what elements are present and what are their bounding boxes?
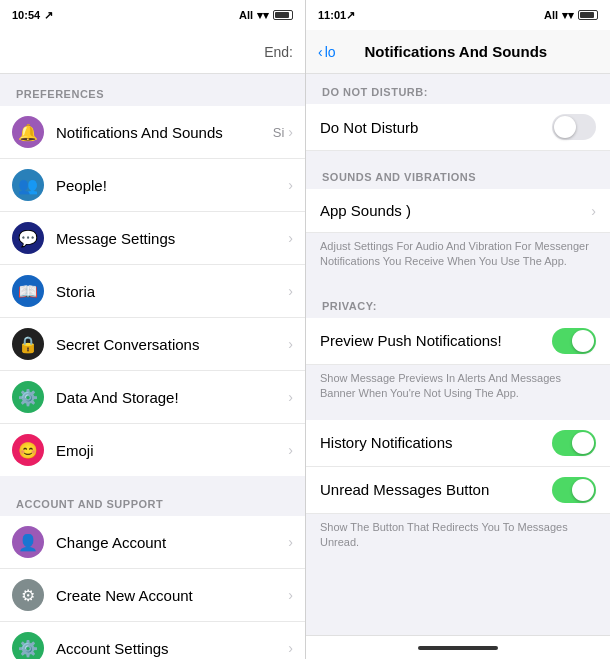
left-panel: 10:54 ↗ All ▾▾ End: PREFERENCES 🔔 Notifi…	[0, 0, 305, 659]
unread-toggle[interactable]	[552, 477, 596, 503]
unread-row[interactable]: Unread Messages Button	[306, 467, 610, 514]
storia-icon: 📖	[12, 275, 44, 307]
menu-item-account-settings[interactable]: ⚙️ Account Settings ›	[0, 622, 305, 659]
all-label-right: All	[544, 9, 558, 21]
nav-title: Notifications And Sounds	[344, 43, 568, 60]
account-icon: 👤	[12, 526, 44, 558]
menu-item-storia[interactable]: 📖 Storia ›	[0, 265, 305, 318]
chevron-icon: ›	[288, 389, 293, 405]
status-bar-right: 11:01 ↗ All ▾▾	[306, 0, 610, 30]
people-icon: 👥	[12, 169, 44, 201]
data-icon: ⚙️	[12, 381, 44, 413]
create-icon: ⚙	[12, 579, 44, 611]
chevron-right-icon: ›	[591, 203, 596, 219]
account-group: 👤 Change Account › ⚙ Create New Account …	[0, 516, 305, 659]
storia-label: Storia	[56, 283, 288, 300]
menu-item-data[interactable]: ⚙️ Data And Storage! ›	[0, 371, 305, 424]
location-icon-right: ↗	[346, 9, 355, 22]
data-label: Data And Storage!	[56, 389, 288, 406]
chevron-icon: ›	[288, 124, 293, 140]
toggle-thumb	[554, 116, 576, 138]
messages-label: Message Settings	[56, 230, 288, 247]
unread-label: Unread Messages Button	[320, 481, 552, 498]
back-chevron-icon: ‹	[318, 44, 323, 60]
dnd-group: Do Not Disturb	[306, 104, 610, 151]
privacy-info: Show Message Previews In Alerts And Mess…	[306, 365, 610, 412]
menu-item-messages[interactable]: 💬 Message Settings ›	[0, 212, 305, 265]
dnd-row[interactable]: Do Not Disturb	[306, 104, 610, 151]
wifi-icon-left: ▾▾	[257, 9, 269, 22]
chevron-icon: ›	[288, 336, 293, 352]
nav-bar-left: End:	[0, 30, 305, 74]
message-icon: 💬	[12, 222, 44, 254]
bottom-bar	[306, 635, 610, 659]
privacy-group: Preview Push Notifications! Show Message…	[306, 318, 610, 412]
preview-push-row[interactable]: Preview Push Notifications!	[306, 318, 610, 365]
all-label-left: All	[239, 9, 253, 21]
sounds-group: App Sounds ) › Adjust Settings For Audio…	[306, 189, 610, 280]
right-panel: 11:01 ↗ All ▾▾ ‹ lo Notifications And So…	[305, 0, 610, 659]
menu-item-change-account[interactable]: 👤 Change Account ›	[0, 516, 305, 569]
sounds-info: Adjust Settings For Audio And Vibration …	[306, 233, 610, 280]
left-scroll-area[interactable]: PREFERENCES 🔔 Notifications And Sounds S…	[0, 74, 305, 659]
toggle-thumb	[572, 330, 594, 352]
account-header: ACCOUNT AND SUPPORT	[0, 484, 305, 516]
battery-icon-right	[578, 10, 598, 20]
history-label: History Notifications	[320, 434, 552, 451]
chevron-icon: ›	[288, 442, 293, 458]
toggle-thumb	[572, 432, 594, 454]
people-label: People!	[56, 177, 288, 194]
unread-info: Show The Button That Redirects You To Me…	[306, 514, 610, 561]
nav-bar-right: ‹ lo Notifications And Sounds	[306, 30, 610, 74]
privacy-header: PRIVACY:	[306, 288, 610, 318]
emoji-icon: 😊	[12, 434, 44, 466]
bell-icon: 🔔	[12, 116, 44, 148]
settings-icon: ⚙️	[12, 632, 44, 659]
notifications-right-text: Si	[273, 125, 285, 140]
sounds-header: SOUNDS AND VIBRATIONS	[306, 159, 610, 189]
status-bar-left: 10:54 ↗ All ▾▾	[0, 0, 305, 30]
history-toggle[interactable]	[552, 430, 596, 456]
time-right: 11:01	[318, 9, 346, 21]
preferences-header: PREFERENCES	[0, 74, 305, 106]
change-account-label: Change Account	[56, 534, 288, 551]
lock-icon: 🔒	[12, 328, 44, 360]
dnd-header: DO NOT DISTURB:	[306, 74, 610, 104]
back-button[interactable]: ‹ lo	[318, 44, 336, 60]
chevron-icon: ›	[288, 283, 293, 299]
app-sounds-label: App Sounds )	[320, 202, 591, 219]
dnd-label: Do Not Disturb	[320, 119, 552, 136]
chevron-icon: ›	[288, 177, 293, 193]
chevron-icon: ›	[288, 587, 293, 603]
time-left: 10:54	[12, 9, 40, 21]
battery-icon-left	[273, 10, 293, 20]
menu-item-secret[interactable]: 🔒 Secret Conversations ›	[0, 318, 305, 371]
secret-label: Secret Conversations	[56, 336, 288, 353]
chevron-icon: ›	[288, 640, 293, 656]
home-indicator	[418, 646, 498, 650]
preview-push-toggle[interactable]	[552, 328, 596, 354]
history-row[interactable]: History Notifications	[306, 420, 610, 467]
preview-push-label: Preview Push Notifications!	[320, 332, 552, 349]
notifications-label: Notifications And Sounds	[56, 124, 273, 141]
history-group: History Notifications Unread Messages Bu…	[306, 420, 610, 561]
back-label: lo	[325, 44, 336, 60]
preferences-group: 🔔 Notifications And Sounds Si › 👥 People…	[0, 106, 305, 476]
app-sounds-row[interactable]: App Sounds ) ›	[306, 189, 610, 233]
menu-item-emoji[interactable]: 😊 Emoji ›	[0, 424, 305, 476]
chevron-icon: ›	[288, 534, 293, 550]
dnd-toggle[interactable]	[552, 114, 596, 140]
account-settings-label: Account Settings	[56, 640, 288, 657]
toggle-thumb	[572, 479, 594, 501]
menu-item-create-account[interactable]: ⚙ Create New Account ›	[0, 569, 305, 622]
location-icon: ↗	[44, 9, 53, 22]
chevron-icon: ›	[288, 230, 293, 246]
right-scroll-area[interactable]: DO NOT DISTURB: Do Not Disturb SOUNDS AN…	[306, 74, 610, 635]
menu-item-people[interactable]: 👥 People! ›	[0, 159, 305, 212]
menu-item-notifications[interactable]: 🔔 Notifications And Sounds Si ›	[0, 106, 305, 159]
end-label: End:	[264, 44, 293, 60]
emoji-label: Emoji	[56, 442, 288, 459]
create-account-label: Create New Account	[56, 587, 288, 604]
wifi-icon-right: ▾▾	[562, 9, 574, 22]
